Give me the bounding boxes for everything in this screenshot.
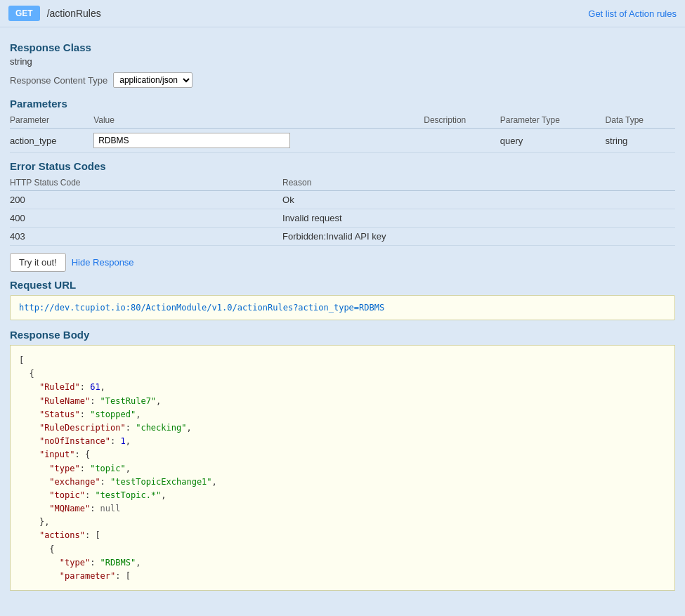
table-row: 200 Ok — [10, 191, 675, 209]
response-class-title: Response Class — [10, 41, 675, 53]
status-code: 403 — [10, 228, 282, 246]
col-http-code: HTTP Status Code — [10, 175, 282, 191]
header-right: Get list of Action rules — [588, 8, 677, 19]
parameters-table: Parameter Value Description Parameter Ty… — [10, 112, 675, 153]
hide-response-link[interactable]: Hide Response — [72, 257, 134, 268]
response-class-value: string — [10, 56, 675, 67]
param-data-type: string — [606, 129, 675, 153]
status-code: 400 — [10, 209, 282, 228]
param-name: action_type — [10, 129, 93, 153]
header-bar: GET /actionRules Get list of Action rule… — [0, 0, 685, 27]
error-status-title: Error Status Codes — [10, 160, 675, 172]
json-line: "RuleDescription": "checking", — [19, 421, 666, 435]
header-left: GET /actionRules — [8, 6, 101, 21]
main-content: Response Class string Response Content T… — [0, 27, 685, 598]
content-type-label: Response Content Type — [10, 75, 107, 86]
json-line: }, — [19, 516, 666, 529]
status-reason: Forbidden:Invalid API key — [282, 228, 675, 246]
col-reason: Reason — [282, 175, 675, 191]
param-value-cell — [93, 129, 424, 153]
param-description — [424, 129, 500, 153]
response-body-title: Response Body — [10, 329, 675, 341]
json-line: "parameter": [ — [19, 570, 666, 583]
action-buttons: Try it out! Hide Response — [10, 253, 675, 272]
json-line: "type": "topic", — [19, 462, 666, 476]
json-line: "Status": "stopped", — [19, 408, 666, 421]
parameters-title: Parameters — [10, 98, 675, 110]
json-line: "type": "RDBMS", — [19, 556, 666, 570]
content-type-select[interactable]: application/json application/xml text/pl… — [113, 72, 193, 88]
col-value: Value — [93, 112, 424, 129]
param-type: query — [500, 129, 606, 153]
content-type-row: Response Content Type application/json a… — [10, 72, 675, 88]
page-wrapper: GET /actionRules Get list of Action rule… — [0, 0, 685, 616]
table-row: action_type query string — [10, 129, 675, 153]
col-description: Description — [424, 112, 500, 129]
json-line: { — [19, 367, 666, 381]
table-row: 403 Forbidden:Invalid API key — [10, 228, 675, 246]
json-line: "RuleId": 61, — [19, 381, 666, 394]
json-line: "MQName": null — [19, 502, 666, 516]
try-it-out-button[interactable]: Try it out! — [10, 253, 66, 272]
response-body-container[interactable]: [ { "RuleId": 61, "RuleName": "TestRule7… — [10, 345, 675, 591]
table-row: 400 Invalid request — [10, 209, 675, 228]
get-list-link[interactable]: Get list of Action rules — [588, 8, 677, 19]
col-param-type: Parameter Type — [500, 112, 606, 129]
json-line: { — [19, 543, 666, 556]
json-line: "RuleName": "TestRule7", — [19, 395, 666, 408]
json-line: "exchange": "testTopicExchange1", — [19, 476, 666, 489]
method-badge: GET — [8, 6, 40, 21]
request-url-title: Request URL — [10, 279, 675, 291]
status-code: 200 — [10, 191, 282, 209]
status-reason: Invalid request — [282, 209, 675, 228]
json-line: "noOfInstance": 1, — [19, 435, 666, 448]
json-line: "actions": [ — [19, 529, 666, 542]
request-url-box: http://dev.tcupiot.io:80/ActionModule/v1… — [10, 295, 675, 320]
param-value-input[interactable] — [93, 133, 290, 148]
endpoint-path: /actionRules — [47, 8, 101, 19]
json-line: "input": { — [19, 448, 666, 461]
error-table: HTTP Status Code Reason 200 Ok 400 Inval… — [10, 175, 675, 246]
json-line: [ — [19, 354, 666, 367]
col-data-type: Data Type — [606, 112, 675, 129]
status-reason: Ok — [282, 191, 675, 209]
json-line: "topic": "testTopic.*", — [19, 489, 666, 502]
col-parameter: Parameter — [10, 112, 93, 129]
